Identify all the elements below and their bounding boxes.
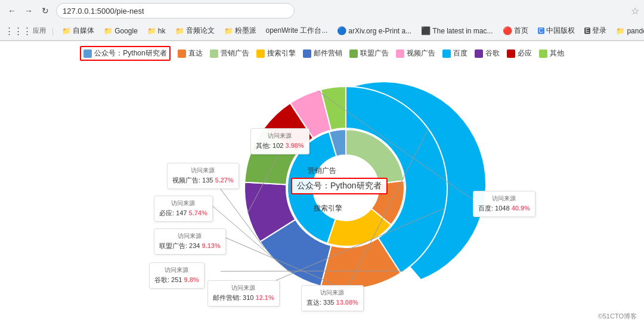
legend-label-email: 邮件营销 xyxy=(314,48,342,58)
page-content: 公众号：Python研究者 直达 营销广告 搜索引擎 邮件营销 联盟广告 视频广… xyxy=(0,41,644,325)
tooltip-others-title: 访问来源 xyxy=(256,131,304,141)
url-text: 127.0.0.1:5000/pie-nest xyxy=(63,7,144,16)
tooltip-bing-title: 访问来源 xyxy=(159,199,208,208)
legend-color-video xyxy=(396,49,404,58)
legend-color-baidu xyxy=(442,49,451,58)
legend-bing: 必应 xyxy=(507,48,532,58)
legend-label-marketing: 营销广告 xyxy=(221,48,249,58)
browser-chrome: ← → ↻ 127.0.0.1:5000/pie-nest ☆ ⋮⋮⋮ 应用 |… xyxy=(0,0,644,41)
legend-label-google: 谷歌 xyxy=(485,48,500,58)
forward-button[interactable]: → xyxy=(21,4,36,18)
legend-baidu: 百度 xyxy=(442,48,467,58)
tooltip-google-value: 谷歌: 251 9.8% xyxy=(154,275,199,286)
donut-canvas xyxy=(0,66,644,304)
tooltip-email-pct: 12.1% xyxy=(256,294,274,301)
bm-google[interactable]: 📁 Google xyxy=(101,26,140,36)
tooltip-direct-value: 直达: 335 13.08% xyxy=(306,298,358,308)
legend-label-bing: 必应 xyxy=(518,48,532,58)
tooltip-google-pct: 9.8% xyxy=(184,276,199,283)
legend-google: 谷歌 xyxy=(475,48,500,58)
bm-arxiv[interactable]: 🔵 arXiv.org e-Print a... xyxy=(335,25,414,36)
legend-label-others: 其他 xyxy=(550,48,564,58)
tooltip-alliance-value: 联盟广告: 234 9.13% xyxy=(159,241,221,252)
browser-toolbar: ← → ↻ 127.0.0.1:5000/pie-nest ☆ xyxy=(0,0,644,21)
tooltip-email: 访问来源 邮件营销: 310 12.1% xyxy=(208,280,280,307)
tooltip-bing: 访问来源 必应: 147 5.74% xyxy=(154,196,213,222)
tooltip-direct: 访问来源 直达: 335 13.08% xyxy=(301,285,364,311)
legend-color-wechat xyxy=(83,49,92,58)
bm-apps[interactable]: ⋮⋮⋮ 应用 xyxy=(5,26,46,36)
tooltip-video-title: 访问来源 xyxy=(172,166,234,175)
legend-color-google xyxy=(475,49,483,58)
tooltip-video: 访问来源 视频广告: 135 5.27% xyxy=(167,163,239,189)
tooltip-bing-pct: 5.74% xyxy=(189,209,208,216)
tooltip-baidu-value: 百度: 1048 40.9% xyxy=(478,203,530,214)
tooltip-others-value: 其他: 102 3.98% xyxy=(256,141,304,151)
bookmarks-bar: ⋮⋮⋮ 应用 | 📁 自媒体 📁 Google 📁 hk 📁 音频论文 📁 粉墨… xyxy=(0,21,644,41)
legend-direct: 直达 xyxy=(178,48,203,58)
separator: | xyxy=(52,27,54,35)
tooltip-video-value: 视频广告: 135 5.27% xyxy=(172,175,234,186)
legend-others: 其他 xyxy=(539,48,564,58)
legend-marketing: 营销广告 xyxy=(210,48,249,58)
tooltip-others-pct: 3.98% xyxy=(286,142,304,149)
legend-color-email xyxy=(303,49,311,58)
address-bar[interactable]: 127.0.0.1:5000/pie-nest xyxy=(56,3,295,18)
chart-area: 访问来源 其他: 102 3.98% 访问来源 视频广告: 135 5.27% … xyxy=(0,66,644,322)
tooltip-google-title: 访问来源 xyxy=(154,265,199,275)
legend-color-marketing xyxy=(210,49,218,58)
legend-email: 邮件营销 xyxy=(303,48,342,58)
bm-mac[interactable]: ⬛ The latest in mac... xyxy=(419,25,495,36)
tooltip-others: 访问来源 其他: 102 3.98% xyxy=(250,128,309,154)
bm-pandow[interactable]: 📁 pandow xyxy=(614,26,644,36)
bm-fans[interactable]: 📁 粉墨派 xyxy=(222,24,259,37)
tooltip-baidu-pct: 40.9% xyxy=(512,205,530,212)
legend-search: 搜索引擎 xyxy=(256,48,296,58)
apps-label: 应用 xyxy=(33,26,46,35)
legend-wechat: 公众号：Python研究者 xyxy=(80,46,170,61)
tooltip-bing-value: 必应: 147 5.74% xyxy=(159,208,208,219)
legend-color-others xyxy=(539,49,547,58)
back-button[interactable]: ← xyxy=(5,4,19,18)
tooltip-alliance: 访问来源 联盟广告: 234 9.13% xyxy=(154,228,226,255)
tooltip-google: 访问来源 谷歌: 251 9.8% xyxy=(149,262,205,289)
legend-color-bing xyxy=(507,49,515,58)
tooltip-email-value: 邮件营销: 310 12.1% xyxy=(213,293,274,304)
refresh-button[interactable]: ↻ xyxy=(38,4,52,18)
legend-label-direct: 直达 xyxy=(188,48,203,58)
tooltip-direct-pct: 13.08% xyxy=(336,299,358,306)
bm-hk[interactable]: 📁 hk xyxy=(145,26,168,36)
legend-label-baidu: 百度 xyxy=(453,48,467,58)
legend-alliance: 联盟广告 xyxy=(349,48,389,58)
legend-color-search xyxy=(256,49,265,58)
bookmark-star[interactable]: ☆ xyxy=(631,5,639,17)
tooltip-video-pct: 5.27% xyxy=(215,177,234,184)
bm-cnblog[interactable]: C 中国版权 xyxy=(535,24,577,37)
nav-buttons: ← → ↻ xyxy=(5,4,52,18)
legend-label-video: 视频广告 xyxy=(407,48,435,58)
bm-home[interactable]: 🔴 首页 xyxy=(500,24,531,37)
watermark: ©51CTO博客 xyxy=(598,312,637,321)
legend-video: 视频广告 xyxy=(396,48,435,58)
tooltip-baidu: 访问来源 百度: 1048 40.9% xyxy=(473,191,535,217)
legend-label-search: 搜索引擎 xyxy=(267,48,296,58)
tooltip-email-title: 访问来源 xyxy=(213,283,274,293)
tooltip-baidu-title: 访问来源 xyxy=(478,194,530,203)
legend-label-wechat: 公众号：Python研究者 xyxy=(94,48,166,58)
bm-openwrite[interactable]: openWrite 工作台... xyxy=(264,24,330,37)
legend-color-direct xyxy=(178,49,186,58)
legend-label-alliance: 联盟广告 xyxy=(360,48,389,58)
tooltip-direct-title: 访问来源 xyxy=(306,288,358,298)
bm-media[interactable]: 📁 自媒体 xyxy=(60,24,97,37)
bm-login[interactable]: E 登录 xyxy=(582,24,609,37)
tooltip-alliance-title: 访问来源 xyxy=(159,231,221,241)
legend-bar: 公众号：Python研究者 直达 营销广告 搜索引擎 邮件营销 联盟广告 视频广… xyxy=(0,41,644,66)
tooltip-alliance-pct: 9.13% xyxy=(202,242,221,249)
bm-music[interactable]: 📁 音频论文 xyxy=(173,24,217,37)
legend-color-alliance xyxy=(349,49,358,58)
